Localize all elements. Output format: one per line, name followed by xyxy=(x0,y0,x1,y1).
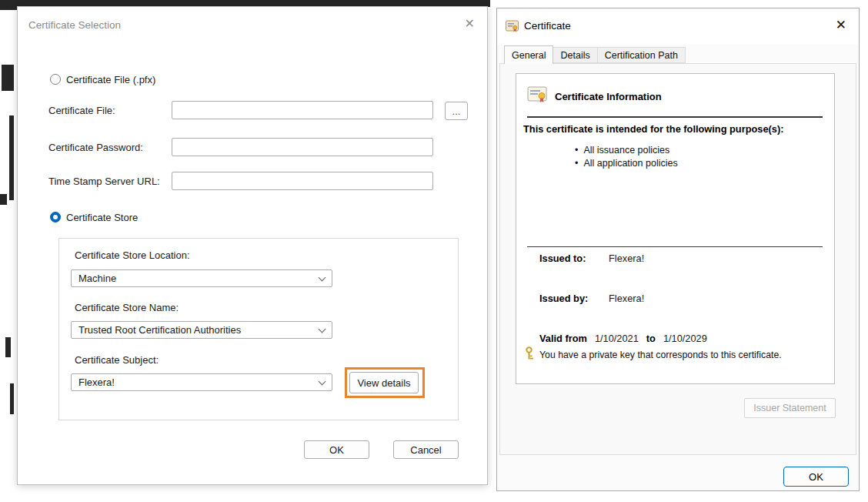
certificate-info-title: Certificate Information xyxy=(555,91,662,102)
certificate-file-input[interactable] xyxy=(172,101,433,119)
issued-to-row: Issued to: Flexera! xyxy=(539,253,644,264)
valid-from-date: 1/10/2021 xyxy=(595,333,639,344)
background-artifact xyxy=(5,337,11,357)
close-icon[interactable]: ✕ xyxy=(836,18,846,32)
intended-heading: This certificate is intended for the fol… xyxy=(523,123,783,135)
general-tab-page: Certificate Information This certificate… xyxy=(499,63,856,455)
tab-certification-path[interactable]: Certification Path xyxy=(598,47,686,63)
ok-button[interactable]: OK xyxy=(304,440,369,459)
purpose-item: All issuance policies xyxy=(575,145,669,156)
tab-general[interactable]: General xyxy=(504,45,553,64)
radio-certificate-file[interactable]: Certificate File (.pfx) xyxy=(50,73,155,85)
store-name-value: Trusted Root Certification Authorities xyxy=(78,324,241,336)
dialog-title: Certificate Selection xyxy=(28,19,121,31)
purpose-item: All application policies xyxy=(575,158,678,169)
private-key-icon xyxy=(524,346,534,363)
chevron-down-icon xyxy=(319,325,326,333)
background-artifact xyxy=(0,0,18,10)
dialog-title: Certificate xyxy=(524,20,571,32)
view-details-button[interactable]: View details xyxy=(349,372,419,393)
radio-certificate-store[interactable]: Certificate Store xyxy=(50,211,138,223)
background-artifact xyxy=(10,383,14,414)
valid-to-label: to xyxy=(646,333,656,344)
certificate-subject-label: Certificate Subject: xyxy=(75,354,159,366)
browse-button[interactable]: ... xyxy=(445,102,468,120)
certificate-selection-dialog: Certificate Selection ✕ Certificate File… xyxy=(17,6,488,485)
radio-selected-icon xyxy=(50,212,61,223)
issued-to-label: Issued to: xyxy=(539,253,609,264)
tab-details[interactable]: Details xyxy=(553,47,597,63)
background-artifact xyxy=(2,65,14,91)
store-name-label: Certificate Store Name: xyxy=(75,302,179,313)
timestamp-server-url-label: Time Stamp Server URL: xyxy=(48,176,160,187)
private-key-row: You have a private key that corresponds … xyxy=(524,346,830,363)
tab-strip: General Details Certification Path xyxy=(504,45,686,63)
timestamp-server-url-input[interactable] xyxy=(172,172,433,190)
divider xyxy=(527,246,823,247)
store-location-label: Certificate Store Location: xyxy=(75,249,190,261)
store-location-value: Machine xyxy=(78,273,116,284)
certificate-password-input[interactable] xyxy=(172,138,433,156)
store-location-dropdown[interactable]: Machine xyxy=(71,269,332,287)
background-artifact xyxy=(0,194,7,205)
issued-by-value: Flexera! xyxy=(609,293,644,304)
certificate-file-label: Certificate File: xyxy=(48,105,115,116)
cancel-button[interactable]: Cancel xyxy=(393,440,459,459)
certificate-store-groupbox: Certificate Store Location: Machine Cert… xyxy=(58,238,459,420)
close-icon[interactable]: ✕ xyxy=(465,18,475,30)
certificate-content-box: Certificate Information This certificate… xyxy=(516,73,835,384)
issued-to-value: Flexera! xyxy=(609,253,644,264)
background-artifact xyxy=(9,115,14,200)
certificate-subject-dropdown[interactable]: Flexera! xyxy=(71,373,332,391)
radio-certificate-file-label: Certificate File (.pfx) xyxy=(66,74,155,85)
certificate-password-label: Certificate Password: xyxy=(48,142,143,153)
certificate-info-icon xyxy=(527,85,547,107)
ok-button[interactable]: OK xyxy=(783,467,849,487)
chevron-down-icon xyxy=(319,273,326,281)
issuer-statement-button[interactable]: Issuer Statement xyxy=(744,398,836,418)
certificate-dialog: Certificate ✕ General Details Certificat… xyxy=(496,8,860,491)
radio-certificate-store-label: Certificate Store xyxy=(66,212,138,223)
title-bar: Certificate ✕ xyxy=(497,8,859,45)
certificate-info-header: Certificate Information xyxy=(527,85,662,108)
issued-by-label: Issued by: xyxy=(539,293,609,304)
radio-unselected-icon xyxy=(50,74,61,85)
issued-by-row: Issued by: Flexera! xyxy=(539,293,644,304)
valid-to-date: 1/10/2029 xyxy=(663,333,707,344)
valid-from-label: Valid from xyxy=(539,333,587,344)
divider xyxy=(527,116,823,118)
validity-row: Valid from 1/10/2021 to 1/10/2029 xyxy=(539,333,707,344)
certificate-icon xyxy=(506,20,519,32)
certificate-subject-value: Flexera! xyxy=(78,376,115,388)
chevron-down-icon xyxy=(319,377,326,385)
store-name-dropdown[interactable]: Trusted Root Certification Authorities xyxy=(71,321,332,339)
private-key-note: You have a private key that corresponds … xyxy=(539,350,782,360)
